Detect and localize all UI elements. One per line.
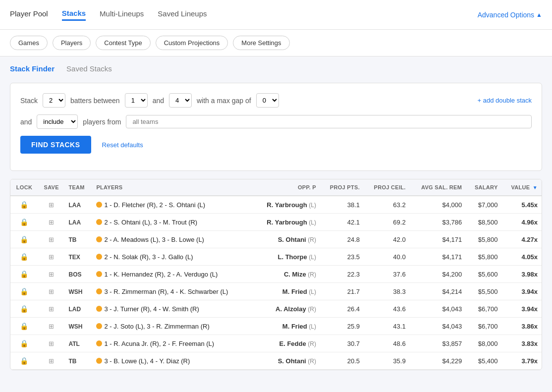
avg-sal-rem-cell: $3,857 — [410, 335, 466, 352]
save-cell[interactable]: ⊞ — [38, 335, 65, 352]
games-filter-btn[interactable]: Games — [10, 36, 48, 50]
team-label: LAD — [68, 306, 81, 313]
stack-actions-row: FIND STACKS Reset defaults — [20, 136, 532, 154]
table-row: 🔒 ⊞ LAA 2 - S. Ohtani (L), 3 - M. Trout … — [10, 214, 542, 231]
col-salary: SALARY — [466, 179, 501, 196]
team-cell: LAA — [64, 214, 92, 231]
players-filter-btn[interactable]: Players — [53, 36, 91, 50]
save-cell[interactable]: ⊞ — [38, 231, 65, 248]
players-text: 3 - R. Zimmerman (R), 4 - K. Schwarber (… — [104, 288, 228, 295]
lock-icon: 🔒 — [20, 235, 28, 243]
lock-cell[interactable]: 🔒 — [10, 248, 38, 266]
team-label: LAA — [68, 219, 81, 226]
team-cell: TB — [64, 352, 92, 370]
lock-cell[interactable]: 🔒 — [10, 266, 38, 283]
stack-from-select[interactable]: 123 — [125, 93, 148, 108]
avg-sal-rem-cell: $4,000 — [410, 196, 466, 214]
nav-multi-lineups[interactable]: Multi-Lineups — [100, 9, 144, 20]
stack-finder-tab[interactable]: Stack Finder — [10, 64, 55, 75]
lock-cell[interactable]: 🔒 — [10, 352, 38, 370]
player-circle-icon — [96, 323, 102, 329]
team-cell: TEX — [64, 248, 92, 266]
opp-hand: (L) — [309, 219, 316, 226]
value-cell: 3.79x — [502, 352, 542, 370]
lock-cell[interactable]: 🔒 — [10, 300, 38, 318]
lock-icon: 🔒 — [20, 253, 28, 261]
save-icon: ⊞ — [49, 236, 54, 243]
lock-cell[interactable]: 🔒 — [10, 214, 38, 231]
max-gap-select[interactable]: 012 — [256, 93, 279, 108]
proj-pts-cell: 42.1 — [320, 214, 364, 231]
save-cell[interactable]: ⊞ — [38, 318, 65, 335]
lock-icon: 🔒 — [20, 218, 28, 226]
table-row: 🔒 ⊞ LAD 3 - J. Turner (R), 4 - W. Smith … — [10, 300, 542, 318]
save-cell[interactable]: ⊞ — [38, 266, 65, 283]
save-cell[interactable]: ⊞ — [38, 214, 65, 231]
custom-projections-filter-btn[interactable]: Custom Projections — [156, 36, 228, 50]
save-cell[interactable]: ⊞ — [38, 196, 65, 214]
find-stacks-button[interactable]: FIND STACKS — [20, 136, 91, 154]
col-save: SAVE — [38, 179, 65, 196]
proj-ceil-cell: 42.0 — [364, 231, 410, 248]
avg-sal-rem-cell: $4,214 — [410, 283, 466, 300]
nav-stacks[interactable]: Stacks — [62, 9, 86, 21]
salary-cell: $8,000 — [466, 335, 501, 352]
player-circle-icon — [96, 306, 102, 312]
save-icon: ⊞ — [49, 305, 54, 313]
teams-input[interactable] — [126, 115, 532, 128]
lock-cell[interactable]: 🔒 — [10, 196, 38, 214]
team-label: TB — [68, 358, 76, 365]
salary-cell: $6,700 — [466, 300, 501, 318]
nav-saved-lineups[interactable]: Saved Lineups — [158, 9, 207, 20]
proj-pts-cell: 30.7 — [320, 335, 364, 352]
team-label: BOS — [68, 271, 81, 278]
stack-value-select[interactable]: 234 — [43, 93, 65, 108]
add-double-stack-btn[interactable]: + add double stack — [478, 97, 532, 104]
save-icon: ⊞ — [49, 271, 54, 278]
stack-to-select[interactable]: 456 — [169, 93, 192, 108]
sort-arrow-icon: ▼ — [533, 185, 538, 190]
include-select[interactable]: includeexclude — [37, 114, 78, 129]
opp-hand: (L) — [309, 323, 316, 330]
lock-cell[interactable]: 🔒 — [10, 318, 38, 335]
contest-type-filter-btn[interactable]: Contest Type — [96, 36, 150, 50]
players-text: 1 - R. Acuna Jr. (R), 2 - F. Freeman (L) — [104, 340, 214, 347]
stacks-table-container: LOCK SAVE TEAM PLAYERS OPP. P PROJ PTS. … — [10, 179, 542, 370]
saved-stacks-tab[interactable]: Saved Stacks — [66, 64, 112, 75]
avg-sal-rem-cell: $4,171 — [410, 231, 466, 248]
save-cell[interactable]: ⊞ — [38, 248, 65, 266]
advanced-options-btn[interactable]: Advanced Options ▲ — [478, 11, 542, 19]
players-cell: 1 - D. Fletcher (R), 2 - S. Ohtani (L) — [92, 196, 254, 214]
players-cell: 2 - N. Solak (R), 3 - J. Gallo (L) — [92, 248, 254, 266]
avg-sal-rem-cell: $4,043 — [410, 318, 466, 335]
save-cell[interactable]: ⊞ — [38, 352, 65, 370]
lock-icon: 🔒 — [20, 201, 28, 209]
salary-cell: $5,800 — [466, 248, 501, 266]
and-label-2: and — [20, 118, 32, 126]
chevron-up-icon: ▲ — [536, 11, 542, 18]
lock-cell[interactable]: 🔒 — [10, 283, 38, 300]
more-settings-filter-btn[interactable]: More Settings — [233, 36, 289, 50]
nav-player-pool[interactable]: Player Pool — [10, 9, 48, 20]
save-icon: ⊞ — [49, 219, 54, 226]
lock-icon: 🔒 — [20, 270, 28, 278]
table-row: 🔒 ⊞ WSH 2 - J. Soto (L), 3 - R. Zimmerma… — [10, 318, 542, 335]
table-row: 🔒 ⊞ WSH 3 - R. Zimmerman (R), 4 - K. Sch… — [10, 283, 542, 300]
opp-p-cell: S. Ohtani (R) — [254, 231, 320, 248]
save-cell[interactable]: ⊞ — [38, 283, 65, 300]
salary-cell: $5,400 — [466, 352, 501, 370]
table-row: 🔒 ⊞ ATL 1 - R. Acuna Jr. (R), 2 - F. Fre… — [10, 335, 542, 352]
reset-defaults-link[interactable]: Reset defaults — [102, 141, 143, 149]
team-cell: LAD — [64, 300, 92, 318]
table-row: 🔒 ⊞ BOS 1 - K. Hernandez (R), 2 - A. Ver… — [10, 266, 542, 283]
opp-p-cell: R. Yarbrough (L) — [254, 196, 320, 214]
value-cell: 4.96x — [502, 214, 542, 231]
opp-hand: (R) — [308, 236, 316, 243]
opp-p-cell: M. Fried (L) — [254, 318, 320, 335]
top-nav: Player Pool Stacks Multi-Lineups Saved L… — [0, 0, 552, 30]
save-cell[interactable]: ⊞ — [38, 300, 65, 318]
save-icon: ⊞ — [49, 340, 54, 347]
lock-cell[interactable]: 🔒 — [10, 335, 38, 352]
table-header-row: LOCK SAVE TEAM PLAYERS OPP. P PROJ PTS. … — [10, 179, 542, 196]
lock-cell[interactable]: 🔒 — [10, 231, 38, 248]
